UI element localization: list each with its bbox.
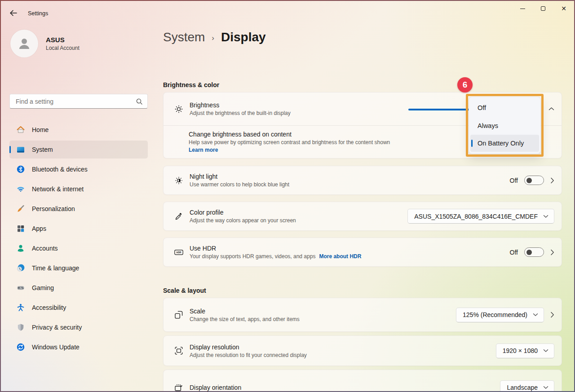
app-title: Settings [28,10,48,17]
time-language-icon [16,264,25,273]
section-scale-layout: Scale & layout [163,287,562,294]
back-button[interactable] [9,9,19,18]
display-resolution-subtitle: Adjust the resolution to fit your connec… [190,352,307,358]
sidebar-item-home[interactable]: Home [9,121,148,139]
avatar [10,30,38,57]
content-brightness-subtitle: Help save power by optimizing screen con… [189,139,390,145]
night-light-toggle[interactable] [524,176,544,185]
close-button[interactable]: ✕ [553,1,574,16]
sidebar-item-privacy-security[interactable]: Privacy & security [9,318,148,336]
breadcrumb: System › Display [163,30,266,44]
color-profile-dropdown[interactable]: ASUS_X1505ZA_8086_834C416E_CMDEF [407,209,554,224]
scale-dropdown[interactable]: 125% (Recommended) [456,308,544,322]
sidebar-item-network-internet[interactable]: Network & internet [9,180,148,198]
brightness-icon [174,104,184,114]
brightness-slider[interactable] [408,109,469,110]
chevron-right-icon[interactable] [550,312,554,318]
personalization-icon [16,204,25,214]
display-resolution-row[interactable]: Display resolution Adjust the resolution… [163,335,562,366]
use-hdr-state: Off [510,249,518,256]
use-hdr-toggle[interactable] [524,247,544,257]
main-content: System › Display Brightness & color Brig… [163,22,562,391]
arrow-left-icon [9,9,18,17]
minimize-button[interactable] [512,1,533,16]
chevron-right-icon[interactable] [550,249,554,255]
windows-update-icon [16,343,25,352]
scale-title: Scale [190,308,300,315]
sidebar-item-personalization[interactable]: Personalization [9,200,148,218]
scale-row[interactable]: Scale Change the size of text, apps, and… [163,298,562,332]
display-orientation-title: Display orientation [190,384,241,391]
sidebar-item-accounts[interactable]: Accounts [9,239,148,257]
breadcrumb-system[interactable]: System [163,30,205,44]
dropdown-option-on-battery-only[interactable]: On Battery Only [470,135,539,152]
annotation-step-badge: 6 [457,77,473,92]
learn-more-link[interactable]: Learn more [189,147,390,153]
chevron-right-icon[interactable] [550,177,554,184]
network-icon [16,185,25,194]
scale-icon [174,310,184,320]
chevron-down-icon [533,313,538,317]
user-name: ASUS [46,36,80,44]
sidebar-item-accessibility[interactable]: Accessibility [9,299,148,317]
sidebar-item-gaming[interactable]: Gaming [9,279,148,297]
search-icon [136,98,143,105]
accessibility-icon [16,303,25,313]
night-light-state: Off [510,177,518,184]
display-orientation-row[interactable]: Display orientation Landscape [163,370,562,392]
search-box[interactable] [9,94,148,109]
brightness-content-dropdown-menu: Off Always On Battery Only [469,97,541,154]
chevron-up-icon[interactable] [548,107,554,111]
chevron-down-icon [543,386,548,389]
chevron-down-icon [543,349,548,352]
home-icon [16,125,25,135]
color-profile-subtitle: Adjust the way colors appear on your scr… [190,217,296,224]
sidebar-item-system[interactable]: System [9,141,148,159]
scale-subtitle: Change the size of text, apps, and other… [190,316,300,322]
gaming-icon [16,283,25,293]
brightness-title: Brightness [190,101,291,109]
minimize-icon [520,9,525,9]
person-icon [17,36,32,51]
display-resolution-dropdown[interactable]: 1920 × 1080 [496,344,554,358]
section-brightness-color: Brightness & color [163,81,562,88]
shield-icon [16,323,25,332]
dropdown-option-always[interactable]: Always [469,117,540,135]
maximize-icon [541,6,545,11]
color-profile-row[interactable]: Color profile Adjust the way colors appe… [163,202,562,231]
dropdown-option-off[interactable]: Off [469,99,540,117]
close-icon: ✕ [561,5,566,12]
search-input[interactable] [16,98,136,105]
display-orientation-dropdown[interactable]: Landscape [500,380,554,392]
night-light-title: Night light [190,173,289,180]
night-light-subtitle: Use warmer colors to help block blue lig… [190,181,289,188]
user-account-type: Local Account [46,45,80,51]
display-resolution-icon [174,346,184,356]
chevron-down-icon [543,215,548,218]
breadcrumb-separator: › [212,34,214,43]
user-account[interactable]: ASUS Local Account [10,30,80,57]
color-profile-title: Color profile [190,209,296,216]
page-title: Display [221,30,266,44]
display-orientation-icon [174,383,184,392]
system-icon [16,145,25,154]
titlebar: Settings ✕ [1,1,574,22]
sidebar-nav: Home System Bluetooth & [9,121,148,358]
night-light-row[interactable]: Night light Use warmer colors to help bl… [163,166,562,195]
color-profile-icon [174,211,184,221]
content-brightness-title: Change brightness based on content [189,131,390,138]
bluetooth-icon [16,165,25,174]
sidebar-item-time-language[interactable]: Time & language [9,259,148,277]
sidebar-item-windows-update[interactable]: Windows Update [9,338,148,356]
maximize-button[interactable] [533,1,553,16]
brightness-subtitle: Adjust the brightness of the built-in di… [190,110,291,116]
hdr-icon: HDR [174,247,184,257]
sidebar: ASUS Local Account Home [1,22,157,391]
more-about-hdr-link[interactable]: More about HDR [319,253,361,260]
sidebar-item-bluetooth-devices[interactable]: Bluetooth & devices [9,160,148,178]
use-hdr-subtitle: Your display supports HDR games, videos,… [190,253,361,260]
use-hdr-row[interactable]: HDR Use HDR Your display supports HDR ga… [163,238,562,267]
sidebar-item-apps[interactable]: Apps [9,220,148,238]
apps-icon [16,224,25,233]
use-hdr-title: Use HDR [190,245,361,252]
